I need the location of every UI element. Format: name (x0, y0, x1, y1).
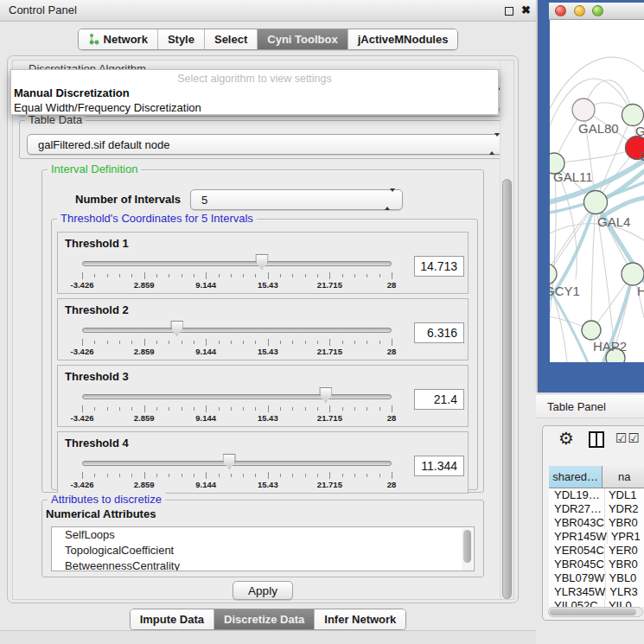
numerical-attributes-list: SelfLoops TopologicalCoefficient Between… (51, 526, 475, 571)
threshold-2-value-field[interactable] (414, 322, 464, 343)
group-label: Attributes to discretize (48, 493, 165, 506)
thresholds-group: Threshold's Coordinates for 5 Intervals … (51, 219, 478, 490)
dropdown-hint: Select algorithm to view settings (11, 73, 498, 85)
table-row[interactable]: YDL19…YDL1 (549, 488, 644, 502)
slider-scale-labels: -3.4262.8599.14415.4321.71528 (82, 280, 392, 290)
close-traffic-light[interactable] (555, 5, 566, 16)
node-gal80[interactable] (572, 99, 595, 121)
number-of-intervals-label: Number of Intervals (75, 193, 181, 206)
bottom-strip (0, 631, 536, 644)
table-data-group: Table Data galFiltered.sif default node (19, 120, 513, 159)
table-row[interactable]: YPR145WYPR1 (549, 530, 644, 544)
scrollbar-thumb[interactable] (502, 179, 512, 599)
tab-infer-network[interactable]: Infer Network (315, 609, 405, 629)
gear-icon[interactable]: ⚙ (558, 428, 574, 449)
node-hap2[interactable] (582, 321, 601, 340)
column-header-shared-name[interactable]: shared… (549, 466, 603, 488)
group-label: Table Data (25, 113, 86, 126)
tab-label: Select (214, 33, 247, 46)
number-of-intervals-combobox[interactable]: 5 (190, 189, 403, 210)
network-view-window: GAL80 GA C GAL11 GAL4 GCY1 H HAP2 (538, 0, 644, 392)
node-label: GAL11 (553, 169, 593, 184)
slider-track[interactable] (82, 328, 392, 333)
apply-button[interactable]: Apply (233, 581, 293, 600)
node-label: GA (635, 124, 644, 138)
tab-select[interactable]: Select (205, 29, 258, 49)
threshold-4-value-field[interactable] (414, 456, 464, 476)
threshold-3-value-field[interactable] (414, 389, 464, 410)
network-canvas[interactable]: GAL80 GA C GAL11 GAL4 GCY1 H HAP2 (550, 20, 644, 362)
control-panel-titlebar: Control Panel ✖ (0, 0, 536, 22)
dropdown-option-equal-width-frequency[interactable]: Equal Width/Frequency Discretization (11, 100, 498, 115)
combo-value: galFiltered.sif default node (38, 138, 169, 151)
control-panel-title: Control Panel (9, 3, 77, 16)
list-item[interactable]: SelfLoops (52, 527, 474, 543)
minimize-traffic-light[interactable] (574, 5, 585, 16)
threshold-3-slider[interactable]: -3.4262.8599.14415.4321.71528 (82, 366, 392, 428)
tab-label: Style (168, 33, 194, 46)
interval-definition-group: Interval Definition Number of Intervals … (41, 169, 484, 493)
column-header-name[interactable]: na (603, 466, 644, 488)
slider-ticks (82, 339, 392, 347)
table-horizontal-scrollbar[interactable] (548, 607, 643, 617)
node-gal4[interactable] (584, 191, 608, 214)
group-label: Threshold's Coordinates for 5 Intervals (57, 212, 257, 225)
slider-ticks (82, 272, 392, 280)
slider-thumb[interactable] (170, 321, 183, 336)
threshold-1-slider[interactable]: -3.4262.8599.14415.4321.71528 (82, 233, 392, 295)
tab-jactivemnodules[interactable]: jActiveMNodules (348, 29, 458, 49)
node-gcy1[interactable] (550, 264, 557, 284)
table-data-combobox[interactable]: galFiltered.sif default node (27, 134, 507, 155)
checkbox-icons[interactable]: ☑☑ (615, 430, 641, 446)
slider-track[interactable] (82, 261, 392, 266)
settings-scrollbar[interactable] (500, 61, 513, 599)
slider-ticks (82, 405, 392, 413)
threshold-1-panel: Threshold 1 -3.4262.8599.14415.4321.7152… (57, 232, 469, 294)
close-icon[interactable]: ✖ (521, 3, 531, 18)
tab-cyni-toolbox[interactable]: Cyni Toolbox (258, 29, 348, 49)
tab-label: Cyni Toolbox (267, 33, 337, 46)
threshold-1-value-field[interactable] (414, 256, 464, 277)
list-item[interactable]: BetweennessCentrality (52, 558, 474, 571)
slider-scale-labels: -3.4262.8599.14415.4321.71528 (82, 413, 392, 424)
slider-thumb[interactable] (319, 387, 332, 403)
tab-label: Network (104, 33, 148, 46)
table-row[interactable]: YBL079WYBL0 (549, 571, 644, 585)
table-row[interactable]: YBR043CYBR0 (549, 516, 644, 530)
table-panel-title: Table Panel (547, 400, 606, 413)
slider-thumb[interactable] (223, 454, 236, 469)
threshold-2-slider[interactable]: -3.4262.8599.14415.4321.71528 (82, 299, 392, 361)
node-table: shared… na YDL19…YDL1 YDR27…YDR2 YBR043C… (549, 466, 644, 607)
tab-network[interactable]: Network (79, 29, 158, 49)
network-window-titlebar[interactable] (549, 3, 644, 20)
slider-thumb[interactable] (255, 254, 268, 270)
table-row[interactable]: YIL052CYIL0 (549, 599, 644, 607)
scrollbar-thumb[interactable] (550, 609, 636, 615)
split-columns-icon[interactable] (589, 431, 604, 448)
attributes-to-discretize-group: Attributes to discretize Numerical Attri… (41, 500, 484, 577)
slider-ticks (82, 472, 392, 480)
threshold-4-slider[interactable]: -3.4262.8599.14415.4321.71528 (82, 432, 392, 494)
node-label: GAL4 (597, 214, 630, 229)
group-label: Interval Definition (48, 163, 141, 175)
zoom-traffic-light[interactable] (592, 5, 603, 16)
float-window-icon[interactable] (505, 7, 513, 16)
node-label: HAP2 (593, 339, 627, 354)
list-scrollbar[interactable] (462, 528, 473, 571)
tab-impute-data[interactable]: Impute Data (131, 609, 214, 629)
slider-track[interactable] (82, 394, 392, 399)
list-item[interactable]: TopologicalCoefficient (52, 543, 474, 558)
table-row[interactable]: YER054CYER0 (549, 544, 644, 558)
table-row[interactable]: YDR27…YDR2 (549, 502, 644, 516)
screen: Control Panel ✖ Network Style Select (0, 0, 644, 644)
tab-discretize-data[interactable]: Discretize Data (214, 609, 315, 629)
combo-stepper-icon (489, 137, 500, 152)
slider-track[interactable] (82, 461, 392, 466)
table-row[interactable]: YLR345WYLR3 (549, 585, 644, 599)
table-row[interactable]: YBR045CYBR0 (549, 558, 644, 571)
node-top-right[interactable] (622, 105, 644, 126)
tab-style[interactable]: Style (158, 29, 205, 49)
slider-scale-labels: -3.4262.8599.14415.4321.71528 (82, 347, 392, 357)
dropdown-option-manual-discretization[interactable]: Manual Discretization (11, 86, 498, 100)
node-h[interactable] (622, 263, 644, 285)
